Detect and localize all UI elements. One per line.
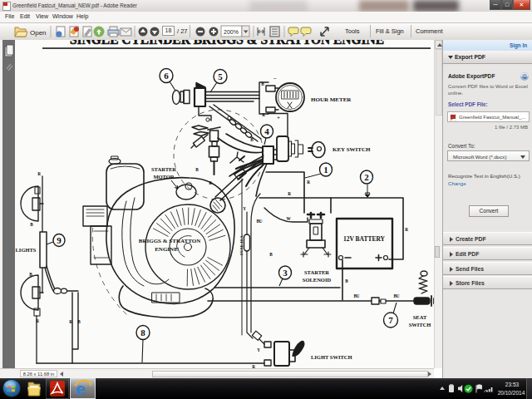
svg-text:Open: Open [30,29,47,37]
svg-text:MOTOR: MOTOR [153,174,174,180]
svg-text:ENGINE: ENGINE [155,246,178,253]
svg-text:−: − [273,76,277,82]
svg-text:LIGHTS: LIGHTS [16,247,37,253]
svg-text:Y: Y [257,347,260,352]
svg-text:SOLENOID: SOLENOID [303,277,332,283]
svg-text:R: R [209,180,212,185]
svg-text:9: 9 [57,235,62,245]
svg-text:8: 8 [140,328,145,337]
svg-text:B: B [345,278,348,283]
svg-text:200%: 200% [224,29,239,35]
svg-text:B: B [29,272,32,277]
svg-text:3: 3 [283,268,288,278]
svg-text:B: B [195,167,199,172]
svg-text:B: B [261,81,264,86]
svg-text:BU: BU [353,293,359,298]
svg-text:B: B [269,252,273,257]
svg-text:20/10/2014: 20/10/2014 [498,390,525,396]
svg-text:BRIGGS & STRATTON: BRIGGS & STRATTON [139,238,200,244]
svg-text:R: R [36,318,39,323]
svg-text:BU: BU [256,219,262,224]
svg-text:STARTER: STARTER [151,166,176,172]
svg-text:SEAT: SEAT [413,314,427,320]
svg-text:R: R [288,191,291,196]
svg-text:SINGLE CYLINDER BRIGGS & STRAT: SINGLE CYLINDER BRIGGS & STRATTON ENGINE [70,40,384,47]
svg-text:1: 1 [323,165,328,175]
svg-text:+: + [277,115,280,121]
svg-text:SWITCH: SWITCH [409,322,431,328]
svg-text:23:53: 23:53 [505,382,520,387]
svg-text:R: R [307,180,310,185]
svg-text:7: 7 [388,315,393,325]
svg-text:HOUR METER: HOUR METER [311,96,352,103]
svg-text:LIGHT SWITCH: LIGHT SWITCH [311,354,352,360]
svg-text:6: 6 [164,71,169,81]
svg-text:B: B [77,319,81,324]
svg-text:R: R [262,112,265,117]
svg-text:4: 4 [264,126,269,136]
svg-text:2: 2 [364,172,369,182]
svg-text:BU: BU [393,293,399,298]
svg-text:R: R [405,227,408,232]
svg-text:R: R [37,171,41,176]
svg-text:KEY SWITCH: KEY SWITCH [332,146,371,153]
svg-text:B: B [30,222,33,227]
svg-text:STARTER: STARTER [304,269,329,275]
svg-text:B: B [250,137,254,142]
svg-text:5: 5 [218,71,223,81]
svg-text:R: R [69,319,72,324]
svg-text:12V BATTERY: 12V BATTERY [343,235,386,243]
svg-text:FUSE 10 A.: FUSE 10 A. [239,234,244,255]
svg-text:W: W [286,216,291,221]
svg-text:Y: Y [243,206,246,211]
svg-text:P: P [451,117,453,121]
